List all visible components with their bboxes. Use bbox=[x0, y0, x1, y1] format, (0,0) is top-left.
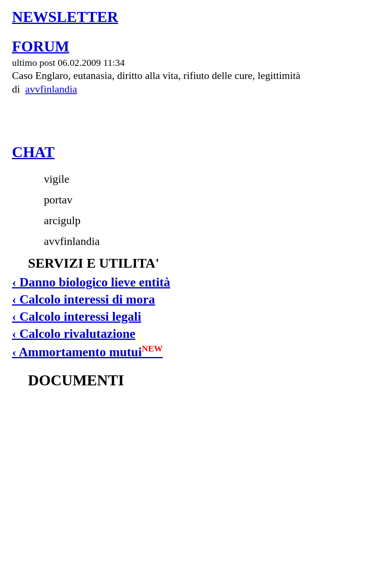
servizi-item-2[interactable]: ‹ Calcolo interessi di mora bbox=[12, 292, 371, 307]
forum-section: FORUM ultimo post 06.02.2009 11:34 Caso … bbox=[12, 37, 371, 95]
servizi-item-1-label: Danno biologico lieve entità bbox=[20, 275, 170, 289]
spacer bbox=[12, 103, 371, 143]
chat-user-3: arcigulp bbox=[44, 214, 371, 227]
ultimo-post-label: ultimo post 06.02.2009 11:34 bbox=[12, 57, 371, 68]
new-badge: NEW bbox=[142, 343, 163, 353]
documenti-section: DOCUMENTI bbox=[12, 371, 371, 389]
newsletter-link[interactable]: NEWSLETTER bbox=[12, 8, 371, 26]
forum-topic: Caso Englaro, eutanasia, diritto alla vi… bbox=[12, 70, 371, 82]
servizi-item-3[interactable]: ‹ Calcolo interessi legali bbox=[12, 309, 371, 324]
chat-link[interactable]: CHAT bbox=[12, 143, 371, 161]
chat-users-list: vigile portav arcigulp avvfinlandia bbox=[44, 173, 371, 248]
servizi-item-4-label: Calcolo rivalutazione bbox=[20, 326, 136, 341]
chevron-icon-1: ‹ bbox=[12, 275, 20, 289]
servizi-item-5[interactable]: ‹ Ammortamento mutuiNEW bbox=[12, 343, 371, 359]
servizi-item-2-label: Calcolo interessi di mora bbox=[20, 292, 155, 306]
chat-section: CHAT vigile portav arcigulp avvfinlandia bbox=[12, 143, 371, 248]
chat-user-1: vigile bbox=[44, 173, 371, 185]
chevron-icon-5: ‹ bbox=[12, 345, 19, 359]
servizi-item-5-label: Ammortamento mutui bbox=[19, 345, 142, 359]
chat-user-2: portav bbox=[44, 193, 371, 206]
servizi-item-1[interactable]: ‹ Danno biologico lieve entità bbox=[12, 275, 371, 290]
author-link[interactable]: avvfinlandia bbox=[25, 83, 77, 95]
servizi-title: SERVIZI E UTILITA' bbox=[28, 256, 371, 271]
chevron-icon-4: ‹ bbox=[12, 326, 20, 341]
documenti-title: DOCUMENTI bbox=[28, 371, 371, 389]
newsletter-section: NEWSLETTER bbox=[12, 8, 371, 26]
servizi-section: SERVIZI E UTILITA' ‹ Danno biologico lie… bbox=[12, 256, 371, 359]
chevron-icon-3: ‹ bbox=[12, 309, 20, 324]
forum-link[interactable]: FORUM bbox=[12, 37, 371, 55]
servizi-item-3-label: Calcolo interessi legali bbox=[20, 309, 141, 324]
chat-user-4: avvfinlandia bbox=[44, 235, 371, 248]
chevron-icon-2: ‹ bbox=[12, 292, 20, 306]
servizi-item-4[interactable]: ‹ Calcolo rivalutazione bbox=[12, 326, 371, 341]
author-prefix: di bbox=[12, 83, 20, 95]
forum-author: di avvfinlandia bbox=[12, 83, 371, 95]
